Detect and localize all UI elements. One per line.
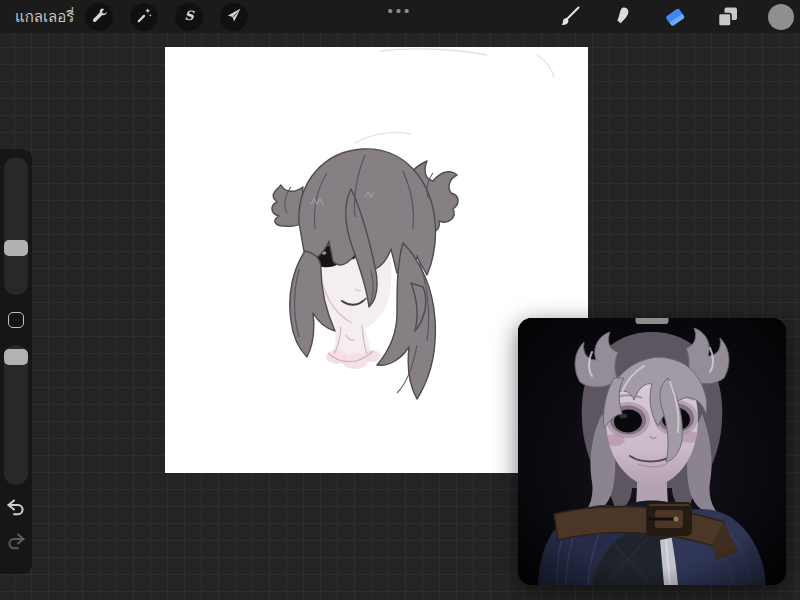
transform-button[interactable]	[220, 3, 248, 31]
painting-tools-group	[556, 0, 794, 33]
smudge-finger-icon[interactable]	[609, 4, 635, 30]
reference-image	[518, 318, 786, 585]
actions-button[interactable]	[85, 3, 113, 31]
brush-size-handle[interactable]	[4, 240, 28, 256]
redo-button[interactable]	[5, 530, 27, 552]
gallery-button[interactable]: แกลเลอรี่	[15, 5, 74, 29]
redo-arrow-icon	[5, 538, 27, 555]
actions-wrench-icon	[90, 6, 108, 28]
adjustments-button[interactable]	[130, 3, 158, 31]
left-sidebar	[0, 149, 32, 574]
undo-button[interactable]	[5, 496, 27, 518]
paint-brush-icon[interactable]	[556, 4, 582, 30]
color-swatch[interactable]	[768, 4, 794, 30]
selection-button[interactable]: S	[175, 3, 203, 31]
modify-square-button[interactable]	[8, 312, 24, 328]
reference-companion-window[interactable]	[518, 318, 786, 585]
canvas-options-button[interactable]: •••	[388, 2, 413, 19]
opacity-slider[interactable]	[4, 345, 28, 485]
reference-drag-handle-icon[interactable]	[636, 318, 669, 324]
adjustments-magic-wand-icon	[135, 6, 153, 28]
undo-arrow-icon	[5, 504, 27, 521]
layers-icon[interactable]	[715, 4, 741, 30]
transform-arrow-icon	[225, 6, 243, 28]
selection-s-icon: S	[180, 6, 198, 28]
brush-size-slider[interactable]	[4, 157, 28, 295]
top-toolbar: แกลเลอรี่ S	[0, 0, 800, 33]
svg-text:S: S	[185, 7, 196, 22]
procreate-app: แกลเลอรี่ S	[0, 0, 800, 600]
opacity-handle[interactable]	[4, 349, 28, 365]
erase-eraser-icon[interactable]	[662, 4, 688, 30]
